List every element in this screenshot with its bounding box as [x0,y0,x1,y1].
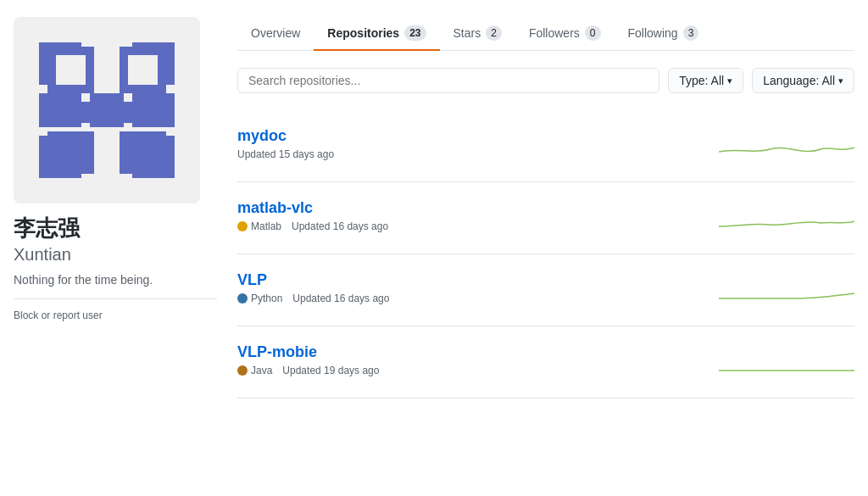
svg-rect-17 [120,131,166,174]
tab-following[interactable]: Following 3 [615,17,713,51]
language-dot [237,293,248,304]
search-filter-row: Type: All ▾ Language: All ▾ [237,68,854,93]
repo-meta: Java Updated 19 days ago [237,365,702,376]
svg-rect-13 [47,102,94,123]
repo-info: VLP-mobie Java Updated 19 days ago [237,343,702,376]
tab-stars[interactable]: Stars 2 [440,17,515,51]
language-label: Java [237,365,272,376]
repo-name[interactable]: VLP [237,271,702,289]
chevron-down-icon: ▾ [727,75,732,86]
repository-list: mydoc Updated 15 days ago matlab-vlc Mat… [237,110,854,398]
repo-updated: Updated 19 days ago [282,365,379,376]
repo-sparkline [719,131,854,164]
tab-repositories-count: 23 [404,25,426,41]
repo-info: mydoc Updated 15 days ago [237,127,702,160]
svg-rect-14 [94,102,120,123]
language-label: Python [237,293,282,304]
repo-name[interactable]: matlab-vlc [237,199,702,217]
repo-updated: Updated 16 days ago [292,220,388,232]
svg-rect-21 [128,55,158,85]
svg-rect-19 [94,131,120,174]
repo-sparkline [719,275,854,309]
repo-updated: Updated 15 days ago [237,148,334,160]
svg-rect-15 [120,102,166,123]
list-item: VLP-mobie Java Updated 19 days ago [237,326,854,398]
language-dot [237,365,248,376]
page-layout: 李志强 Xuntian Nothing for the time being. … [0,0,868,415]
user-name: 李志强 [14,214,217,243]
repo-meta: Updated 15 days ago [237,148,702,160]
user-bio: Nothing for the time being. [14,273,217,287]
user-login: Xuntian [14,245,217,265]
profile-tabs: Overview Repositories 23 Stars 2 Followe… [237,17,854,51]
type-filter-button[interactable]: Type: All ▾ [668,68,743,93]
tab-followers-count: 0 [585,25,601,41]
language-label: Matlab [237,220,281,232]
svg-rect-20 [56,55,86,85]
language-name: Python [251,293,282,304]
repo-sparkline [719,203,854,237]
repo-info: VLP Python Updated 16 days ago [237,271,702,304]
repo-meta: Python Updated 16 days ago [237,293,702,304]
sidebar-divider [14,298,217,299]
list-item: matlab-vlc Matlab Updated 16 days ago [237,182,854,254]
svg-rect-18 [94,47,120,93]
repo-sparkline [719,347,854,381]
repo-meta: Matlab Updated 16 days ago [237,220,702,232]
repo-name[interactable]: VLP-mobie [237,343,702,361]
chevron-down-icon: ▾ [838,75,843,86]
main-content: Overview Repositories 23 Stars 2 Followe… [237,17,854,398]
tab-followers[interactable]: Followers 0 [515,17,615,51]
list-item: VLP Python Updated 16 days ago [237,254,854,326]
language-filter-button[interactable]: Language: All ▾ [752,68,854,93]
tab-following-count: 3 [683,25,699,41]
avatar [14,17,200,203]
language-name: Matlab [251,220,281,232]
list-item: mydoc Updated 15 days ago [237,110,854,182]
svg-rect-16 [47,131,94,174]
repo-name[interactable]: mydoc [237,127,702,145]
search-input[interactable] [237,68,659,93]
language-name: Java [251,365,272,376]
tab-repositories[interactable]: Repositories 23 [314,17,439,51]
sidebar: 李志强 Xuntian Nothing for the time being. … [14,17,217,398]
tab-stars-count: 2 [486,25,502,41]
language-dot [237,221,248,231]
repo-info: matlab-vlc Matlab Updated 16 days ago [237,199,702,232]
block-report-link[interactable]: Block or report user [14,309,217,321]
tab-overview[interactable]: Overview [237,18,314,50]
repo-updated: Updated 16 days ago [292,293,389,304]
